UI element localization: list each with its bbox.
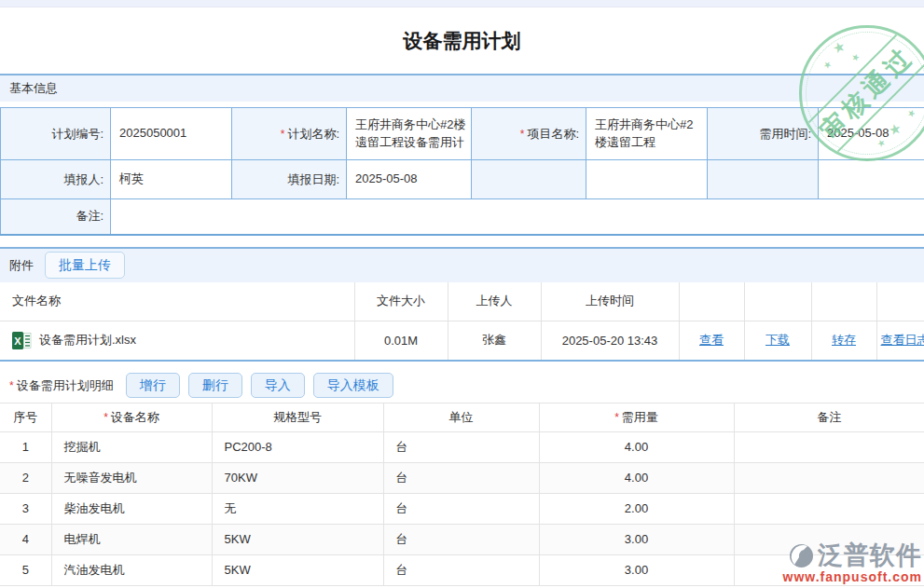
quantity-cell[interactable]: 4.00 xyxy=(539,431,734,462)
detail-table: 序号 *设备名称 规格型号 单位 *需用量 备注 1挖掘机PC200-8台4.0… xyxy=(0,403,924,586)
file-name-cell: X 设备需用计划.xlsx xyxy=(0,321,354,361)
need-time-label: 需用时间: xyxy=(708,108,819,160)
transfer-link[interactable]: 转存 xyxy=(832,333,856,347)
required-icon: * xyxy=(103,411,108,424)
equipment-name-cell[interactable]: 电焊机 xyxy=(51,524,212,554)
unit-cell[interactable]: 台 xyxy=(383,554,539,585)
seq-cell: 4 xyxy=(0,524,51,554)
view-log-link[interactable]: 查看日志 xyxy=(881,333,924,347)
model-cell[interactable]: PC200-8 xyxy=(212,431,383,462)
equipment-name-cell[interactable]: 无噪音发电机 xyxy=(51,462,212,493)
download-link[interactable]: 下载 xyxy=(765,333,790,347)
empty-label-cell xyxy=(472,160,586,199)
attachment-header-row: 文件名称 文件大小 上传人 上传时间 xyxy=(0,282,924,321)
plan-name-value[interactable]: 王府井商务中心#2楼遗留工程设备需用计 xyxy=(347,108,472,160)
reporter-label: 填报人: xyxy=(1,160,111,199)
remark-cell[interactable] xyxy=(734,493,924,524)
empty-value-cell xyxy=(819,160,924,199)
report-date-value[interactable]: 2025-05-08 xyxy=(347,160,472,199)
upload-time-header: 上传时间 xyxy=(541,282,679,321)
top-accent-bar xyxy=(0,0,924,7)
seq-cell: 2 xyxy=(0,462,51,493)
table-row: 5汽油发电机5KW台3.00 xyxy=(0,554,924,585)
file-name-header: 文件名称 xyxy=(0,282,354,321)
reporter-value[interactable]: 柯英 xyxy=(111,160,232,199)
batch-upload-button[interactable]: 批量上传 xyxy=(45,252,125,279)
remark-label: 备注: xyxy=(1,199,111,235)
view-link[interactable]: 查看 xyxy=(699,333,724,347)
quantity-cell[interactable]: 3.00 xyxy=(539,524,734,554)
unit-header: 单位 xyxy=(383,403,539,431)
seq-cell: 1 xyxy=(0,431,51,462)
excel-file-icon: X xyxy=(12,332,32,349)
file-name[interactable]: 设备需用计划.xlsx xyxy=(39,332,136,349)
delete-row-button[interactable]: 删行 xyxy=(188,373,242,398)
required-icon: * xyxy=(520,128,525,141)
model-cell[interactable]: 70KW xyxy=(212,462,383,493)
table-row: 3柴油发电机无台2.00 xyxy=(0,493,924,524)
remark-cell[interactable] xyxy=(734,524,924,554)
empty-label-cell xyxy=(708,160,819,199)
required-icon: * xyxy=(9,379,14,392)
model-cell[interactable]: 5KW xyxy=(212,524,383,554)
project-name-label: *项目名称: xyxy=(472,108,586,160)
remark-header: 备注 xyxy=(734,403,924,431)
model-header: 规格型号 xyxy=(212,403,383,431)
table-row: 4电焊机5KW台3.00 xyxy=(0,524,924,554)
detail-section-header: *设备需用计划明细 增行 删行 导入 导入模板 xyxy=(0,369,924,403)
attachment-file-row: X 设备需用计划.xlsx 0.01M 张鑫 2025-05-20 13:43 … xyxy=(0,321,924,361)
unit-cell[interactable]: 台 xyxy=(383,462,539,493)
equipment-name-cell[interactable]: 挖掘机 xyxy=(51,431,212,462)
svg-text:X: X xyxy=(14,335,21,347)
remark-cell[interactable] xyxy=(734,554,924,585)
model-cell[interactable]: 无 xyxy=(212,493,383,524)
report-date-label: 填报日期: xyxy=(232,160,347,199)
project-name-value[interactable]: 王府井商务中心#2楼遗留工程 xyxy=(586,108,708,160)
plan-name-label: *计划名称: xyxy=(232,108,347,160)
quantity-cell[interactable]: 2.00 xyxy=(539,493,734,524)
model-cell[interactable]: 5KW xyxy=(212,554,383,585)
quantity-cell[interactable]: 3.00 xyxy=(539,554,734,585)
file-size-header: 文件大小 xyxy=(354,282,448,321)
section-attachment-label: 附件 xyxy=(9,257,34,274)
add-row-button[interactable]: 增行 xyxy=(126,373,180,398)
uploader-header: 上传人 xyxy=(448,282,541,321)
need-time-value[interactable]: 2025-05-08 xyxy=(819,108,924,160)
file-upload-time: 2025-05-20 13:43 xyxy=(541,321,679,361)
equipment-name-cell[interactable]: 柴油发电机 xyxy=(51,493,212,524)
section-basic-info-label: 基本信息 xyxy=(9,80,58,97)
unit-cell[interactable]: 台 xyxy=(383,493,539,524)
page-title: 设备需用计划 xyxy=(404,28,521,54)
quantity-cell[interactable]: 4.00 xyxy=(539,462,734,493)
section-attachment: 附件 批量上传 xyxy=(0,247,924,282)
basic-info-table: 计划编号: 2025050001 *计划名称: 王府井商务中心#2楼遗留工程设备… xyxy=(0,107,924,236)
detail-header-row: 序号 *设备名称 规格型号 单位 *需用量 备注 xyxy=(0,403,924,431)
required-icon: * xyxy=(281,128,285,141)
detail-section-title: *设备需用计划明细 xyxy=(9,377,114,394)
table-row: 1挖掘机PC200-8台4.00 xyxy=(0,431,924,462)
file-size: 0.01M xyxy=(354,321,448,361)
quantity-header: *需用量 xyxy=(539,403,734,431)
unit-cell[interactable]: 台 xyxy=(383,431,539,462)
remark-cell[interactable] xyxy=(734,431,924,462)
equipment-name-header: *设备名称 xyxy=(51,403,212,431)
plan-no-value[interactable]: 2025050001 xyxy=(111,108,232,160)
plan-no-label: 计划编号: xyxy=(1,108,111,160)
import-button[interactable]: 导入 xyxy=(251,373,305,398)
empty-value-cell xyxy=(586,160,708,199)
import-template-button[interactable]: 导入模板 xyxy=(313,373,393,398)
attachment-table: 文件名称 文件大小 上传人 上传时间 X 设备需用计划.xlsx 0.01M xyxy=(0,282,924,362)
table-row: 2无噪音发电机70KW台4.00 xyxy=(0,462,924,493)
remark-value[interactable] xyxy=(111,199,924,235)
seq-cell: 3 xyxy=(0,493,51,524)
unit-cell[interactable]: 台 xyxy=(383,524,539,554)
required-icon: * xyxy=(614,411,619,424)
file-uploader: 张鑫 xyxy=(448,321,541,361)
seq-header: 序号 xyxy=(0,403,51,431)
seq-cell: 5 xyxy=(0,554,51,585)
section-basic-info: 基本信息 xyxy=(0,74,924,102)
remark-cell[interactable] xyxy=(734,462,924,493)
equipment-name-cell[interactable]: 汽油发电机 xyxy=(51,554,212,585)
